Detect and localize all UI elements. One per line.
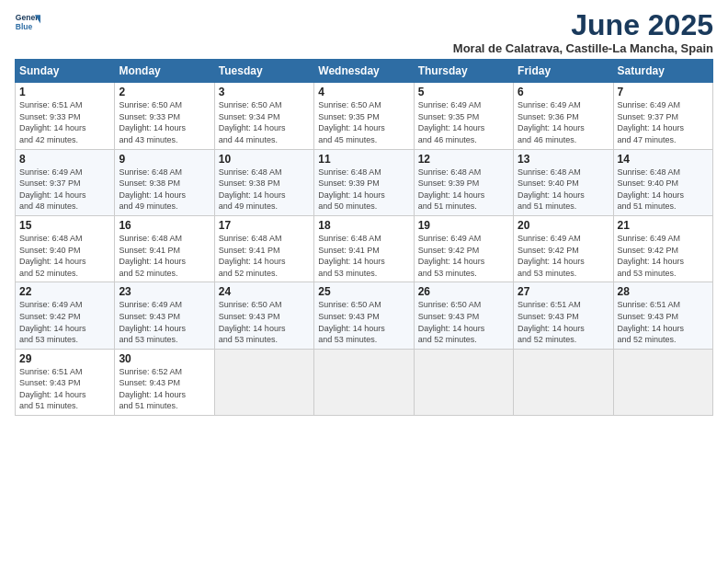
calendar-cell: 11Sunrise: 6:48 AM Sunset: 9:39 PM Dayli… xyxy=(314,149,414,215)
day-info: Sunrise: 6:50 AM Sunset: 9:33 PM Dayligh… xyxy=(119,99,210,145)
calendar-cell: 5Sunrise: 6:49 AM Sunset: 9:35 PM Daylig… xyxy=(414,83,513,149)
month-title: June 2025 xyxy=(453,9,713,41)
calendar-cell: 14Sunrise: 6:48 AM Sunset: 9:40 PM Dayli… xyxy=(613,149,712,215)
day-number: 6 xyxy=(518,86,609,98)
day-number: 10 xyxy=(219,153,310,166)
day-info: Sunrise: 6:48 AM Sunset: 9:40 PM Dayligh… xyxy=(518,167,609,213)
svg-text:General: General xyxy=(16,13,40,22)
day-info: Sunrise: 6:48 AM Sunset: 9:40 PM Dayligh… xyxy=(618,167,709,213)
day-info: Sunrise: 6:49 AM Sunset: 9:36 PM Dayligh… xyxy=(518,99,609,145)
day-info: Sunrise: 6:48 AM Sunset: 9:39 PM Dayligh… xyxy=(418,167,509,213)
day-number: 23 xyxy=(119,285,210,298)
calendar-week-2: 8Sunrise: 6:49 AM Sunset: 9:37 PM Daylig… xyxy=(16,149,713,215)
day-info: Sunrise: 6:48 AM Sunset: 9:40 PM Dayligh… xyxy=(19,233,110,279)
day-number: 16 xyxy=(119,219,210,232)
weekday-header-wednesday: Wednesday xyxy=(314,60,414,83)
calendar-cell: 6Sunrise: 6:49 AM Sunset: 9:36 PM Daylig… xyxy=(514,83,613,149)
calendar-cell xyxy=(414,349,513,415)
day-info: Sunrise: 6:49 AM Sunset: 9:43 PM Dayligh… xyxy=(119,299,210,345)
day-number: 8 xyxy=(19,153,110,166)
calendar-cell: 4Sunrise: 6:50 AM Sunset: 9:35 PM Daylig… xyxy=(314,83,414,149)
day-info: Sunrise: 6:49 AM Sunset: 9:35 PM Dayligh… xyxy=(418,99,509,145)
day-number: 3 xyxy=(219,86,310,98)
day-number: 13 xyxy=(518,153,609,166)
weekday-header-friday: Friday xyxy=(514,60,613,83)
weekday-header-sunday: Sunday xyxy=(16,60,115,83)
logo: General Blue xyxy=(15,9,40,35)
calendar-week-3: 15Sunrise: 6:48 AM Sunset: 9:40 PM Dayli… xyxy=(16,215,713,282)
weekday-header-saturday: Saturday xyxy=(613,60,712,83)
day-info: Sunrise: 6:48 AM Sunset: 9:38 PM Dayligh… xyxy=(219,167,310,213)
calendar-cell: 30Sunrise: 6:52 AM Sunset: 9:43 PM Dayli… xyxy=(115,349,214,415)
day-info: Sunrise: 6:48 AM Sunset: 9:41 PM Dayligh… xyxy=(119,233,210,279)
calendar-cell: 26Sunrise: 6:50 AM Sunset: 9:43 PM Dayli… xyxy=(414,282,513,349)
day-info: Sunrise: 6:51 AM Sunset: 9:43 PM Dayligh… xyxy=(518,299,609,345)
day-info: Sunrise: 6:49 AM Sunset: 9:42 PM Dayligh… xyxy=(19,299,110,345)
calendar-cell: 1Sunrise: 6:51 AM Sunset: 9:33 PM Daylig… xyxy=(16,83,115,149)
day-number: 22 xyxy=(19,285,110,298)
day-info: Sunrise: 6:48 AM Sunset: 9:39 PM Dayligh… xyxy=(318,167,409,213)
calendar-week-1: 1Sunrise: 6:51 AM Sunset: 9:33 PM Daylig… xyxy=(16,83,713,149)
day-number: 14 xyxy=(618,153,709,166)
calendar-week-5: 29Sunrise: 6:51 AM Sunset: 9:43 PM Dayli… xyxy=(16,349,713,415)
day-number: 25 xyxy=(318,285,409,298)
svg-text:Blue: Blue xyxy=(16,22,33,31)
day-number: 2 xyxy=(119,86,210,98)
day-number: 26 xyxy=(418,285,509,298)
day-number: 19 xyxy=(418,219,509,232)
calendar-cell: 27Sunrise: 6:51 AM Sunset: 9:43 PM Dayli… xyxy=(514,282,613,349)
calendar-week-4: 22Sunrise: 6:49 AM Sunset: 9:42 PM Dayli… xyxy=(16,282,713,349)
calendar-cell: 23Sunrise: 6:49 AM Sunset: 9:43 PM Dayli… xyxy=(115,282,214,349)
day-number: 30 xyxy=(119,352,210,365)
day-info: Sunrise: 6:52 AM Sunset: 9:43 PM Dayligh… xyxy=(119,366,210,412)
day-number: 4 xyxy=(318,86,409,98)
day-number: 7 xyxy=(618,86,709,98)
day-info: Sunrise: 6:50 AM Sunset: 9:43 PM Dayligh… xyxy=(418,299,509,345)
calendar-cell xyxy=(214,349,313,415)
day-info: Sunrise: 6:51 AM Sunset: 9:43 PM Dayligh… xyxy=(618,299,709,345)
day-info: Sunrise: 6:51 AM Sunset: 9:43 PM Dayligh… xyxy=(19,366,110,412)
day-info: Sunrise: 6:50 AM Sunset: 9:34 PM Dayligh… xyxy=(219,99,310,145)
calendar-cell: 18Sunrise: 6:48 AM Sunset: 9:41 PM Dayli… xyxy=(314,215,414,282)
day-number: 9 xyxy=(119,153,210,166)
day-info: Sunrise: 6:48 AM Sunset: 9:41 PM Dayligh… xyxy=(219,233,310,279)
calendar-cell: 28Sunrise: 6:51 AM Sunset: 9:43 PM Dayli… xyxy=(613,282,712,349)
day-number: 1 xyxy=(19,86,110,98)
day-number: 29 xyxy=(19,352,110,365)
day-info: Sunrise: 6:48 AM Sunset: 9:41 PM Dayligh… xyxy=(318,233,409,279)
calendar-cell: 20Sunrise: 6:49 AM Sunset: 9:42 PM Dayli… xyxy=(514,215,613,282)
day-number: 28 xyxy=(618,285,709,298)
calendar-cell: 24Sunrise: 6:50 AM Sunset: 9:43 PM Dayli… xyxy=(214,282,313,349)
day-number: 15 xyxy=(19,219,110,232)
calendar-cell: 29Sunrise: 6:51 AM Sunset: 9:43 PM Dayli… xyxy=(16,349,115,415)
weekday-header-monday: Monday xyxy=(115,60,214,83)
day-number: 18 xyxy=(318,219,409,232)
page: General Blue June 2025 Moral de Calatrav… xyxy=(0,0,728,563)
calendar-cell: 12Sunrise: 6:48 AM Sunset: 9:39 PM Dayli… xyxy=(414,149,513,215)
header: General Blue June 2025 Moral de Calatrav… xyxy=(15,9,713,55)
calendar-cell: 25Sunrise: 6:50 AM Sunset: 9:43 PM Dayli… xyxy=(314,282,414,349)
calendar-cell xyxy=(613,349,712,415)
weekday-header-row: SundayMondayTuesdayWednesdayThursdayFrid… xyxy=(16,60,713,83)
day-info: Sunrise: 6:49 AM Sunset: 9:42 PM Dayligh… xyxy=(518,233,609,279)
calendar-cell: 10Sunrise: 6:48 AM Sunset: 9:38 PM Dayli… xyxy=(214,149,313,215)
day-number: 24 xyxy=(219,285,310,298)
day-info: Sunrise: 6:51 AM Sunset: 9:33 PM Dayligh… xyxy=(19,99,110,145)
calendar-cell: 2Sunrise: 6:50 AM Sunset: 9:33 PM Daylig… xyxy=(115,83,214,149)
title-block: June 2025 Moral de Calatrava, Castille-L… xyxy=(453,9,713,55)
day-info: Sunrise: 6:50 AM Sunset: 9:43 PM Dayligh… xyxy=(219,299,310,345)
weekday-header-thursday: Thursday xyxy=(414,60,513,83)
calendar-cell: 8Sunrise: 6:49 AM Sunset: 9:37 PM Daylig… xyxy=(16,149,115,215)
subtitle: Moral de Calatrava, Castille-La Mancha, … xyxy=(453,41,713,55)
day-info: Sunrise: 6:49 AM Sunset: 9:37 PM Dayligh… xyxy=(19,167,110,213)
day-number: 20 xyxy=(518,219,609,232)
day-number: 5 xyxy=(418,86,509,98)
logo-icon: General Blue xyxy=(15,9,40,35)
day-number: 17 xyxy=(219,219,310,232)
day-number: 12 xyxy=(418,153,509,166)
day-info: Sunrise: 6:49 AM Sunset: 9:37 PM Dayligh… xyxy=(618,99,709,145)
day-info: Sunrise: 6:49 AM Sunset: 9:42 PM Dayligh… xyxy=(418,233,509,279)
calendar-cell: 19Sunrise: 6:49 AM Sunset: 9:42 PM Dayli… xyxy=(414,215,513,282)
weekday-header-tuesday: Tuesday xyxy=(214,60,313,83)
calendar-cell: 21Sunrise: 6:49 AM Sunset: 9:42 PM Dayli… xyxy=(613,215,712,282)
